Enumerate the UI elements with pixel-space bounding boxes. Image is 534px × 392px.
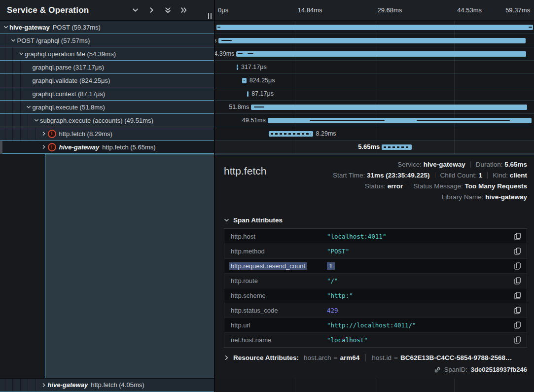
indent-guide xyxy=(5,47,5,60)
span-duration-bar[interactable] xyxy=(236,51,526,57)
span-row-POST-graphql[interactable]: POST /graphql (57.57ms) xyxy=(0,34,214,47)
attribute-key[interactable]: http.route xyxy=(229,277,259,285)
span-row-graphql.validate[interactable]: graphql.validate (824.25μs) xyxy=(0,74,214,87)
bar-duration-label: 51.8ms xyxy=(229,101,249,113)
attribute-key[interactable]: http.url xyxy=(229,321,252,329)
self-time-dash xyxy=(244,80,245,81)
row-toggle[interactable] xyxy=(40,130,48,137)
span-duration-bar[interactable] xyxy=(218,38,526,43)
copy-attribute-button[interactable] xyxy=(508,292,527,299)
span-tree-panel: Service & Operation hive-gatewayPOST (59… xyxy=(0,0,214,392)
row-toggle[interactable] xyxy=(40,143,48,150)
timeline-row: 317.17μs xyxy=(215,61,534,74)
expand-all-icon[interactable] xyxy=(180,7,187,14)
span-row-http.fetch[interactable]: !http.fetch (8.29ms) xyxy=(0,127,214,141)
span-operation-label: POST (59.37ms) xyxy=(53,24,101,31)
copy-attribute-button[interactable] xyxy=(508,233,527,240)
attribute-value[interactable]: "/" xyxy=(327,277,338,285)
attribute-key[interactable]: http.request.resend_count xyxy=(229,262,307,270)
attribute-key[interactable]: http.method xyxy=(229,248,266,255)
timeline-panel: 0μs 14.84ms 29.68ms 44.53ms 59.37ms 59.3… xyxy=(214,0,534,392)
span-row-graphql.operation-Me[interactable]: graphql.operation Me (54.39ms) xyxy=(0,47,214,61)
resource-attr-value: BC62E13B-C4CC-5854-9788-2568… xyxy=(400,354,512,361)
span-duration-bar[interactable] xyxy=(216,25,533,30)
attribute-row-http.host: http.host"localhost:4011" xyxy=(224,229,527,244)
span-tree-bottom-row: hive-gatewayhttp.fetch (4.05ms) xyxy=(0,378,214,392)
span-operation-label: graphql.operation Me (54.39ms) xyxy=(25,50,116,58)
attribute-value[interactable]: 429 xyxy=(327,307,338,314)
row-toggle[interactable] xyxy=(10,37,17,44)
panel-resize-handle[interactable] xyxy=(208,13,212,19)
attribute-value[interactable]: 1 xyxy=(327,262,335,270)
span-operation-label: graphql.execute (51.8ms) xyxy=(33,104,105,111)
attribute-value[interactable]: "http://localhost:4011/" xyxy=(327,321,416,329)
span-service-name: hive-gateway xyxy=(48,381,88,389)
detail-meta-line2: Start Time: 31ms (23:35:49.225)Child Cou… xyxy=(333,170,527,181)
timeline-row: 8.29ms xyxy=(215,127,534,141)
attribute-key[interactable]: http.scheme xyxy=(229,292,267,299)
attribute-value[interactable]: "localhost:4011" xyxy=(327,233,386,240)
timeline-row: 54.39ms xyxy=(215,47,534,61)
row-toggle[interactable] xyxy=(25,104,33,110)
attribute-key[interactable]: http.host xyxy=(229,233,257,240)
span-row-subgraph.execute-accounts-[interactable]: subgraph.execute (accounts) (49.51ms) xyxy=(0,114,214,127)
chevron-down-icon xyxy=(11,38,16,43)
span-duration-bar[interactable] xyxy=(251,105,527,110)
self-time-dash xyxy=(254,107,265,107)
copy-attribute-button[interactable] xyxy=(508,277,527,285)
span-row-POST[interactable]: hive-gatewayPOST (59.37ms) xyxy=(0,21,214,34)
attribute-value[interactable]: "POST" xyxy=(327,248,349,255)
timeline-row: 87.17μs xyxy=(215,87,534,101)
attribute-value[interactable]: "http:" xyxy=(327,292,353,299)
span-row-graphql.parse[interactable]: graphql.parse (317.17μs) xyxy=(0,61,214,74)
collapse-all-icon[interactable] xyxy=(164,7,171,14)
timeline-row: 824.25μs xyxy=(215,74,534,87)
copy-attribute-button[interactable] xyxy=(508,262,527,270)
collapse-one-icon[interactable] xyxy=(132,7,139,14)
timeline-tick: 59.37ms xyxy=(505,6,530,14)
self-time-dash xyxy=(238,53,243,54)
span-row-graphql.context[interactable]: graphql.context (87.17μs) xyxy=(0,87,214,101)
row-toggle[interactable] xyxy=(17,50,25,57)
span-duration-bar[interactable] xyxy=(247,91,249,97)
indent-guide xyxy=(20,379,21,391)
resource-attr-key: host.arch xyxy=(304,354,331,361)
indent-guide xyxy=(12,87,13,100)
bar-duration-label: 54.39ms xyxy=(215,47,234,60)
bar-duration-label: 317.17μs xyxy=(241,61,267,73)
indent-guide xyxy=(20,101,21,113)
timeline-header: 0μs 14.84ms 29.68ms 44.53ms 59.37ms xyxy=(215,0,534,21)
copy-attribute-button[interactable] xyxy=(508,336,527,344)
copy-attribute-button[interactable] xyxy=(508,248,527,255)
indent-guide xyxy=(5,74,5,87)
indent-guide xyxy=(20,74,21,87)
row-toggle[interactable] xyxy=(40,382,48,389)
span-operation-label: graphql.context (87.17μs) xyxy=(33,90,106,98)
indent-guide xyxy=(12,141,13,153)
attribute-key[interactable]: net.host.name xyxy=(229,336,273,344)
span-row-http.fetch[interactable]: hive-gatewayhttp.fetch (4.05ms) xyxy=(0,378,214,392)
resource-attributes-row[interactable]: Resource Attributes: host.arch = arm64 h… xyxy=(224,354,527,361)
attribute-key[interactable]: http.status_code xyxy=(229,307,279,314)
span-tree-rows: hive-gatewayPOST (59.37ms)POST /graphql … xyxy=(0,21,214,154)
copy-attribute-button[interactable] xyxy=(508,307,527,314)
attribute-value[interactable]: "localhost" xyxy=(327,336,368,344)
copy-attribute-button[interactable] xyxy=(508,321,527,329)
timeline-row: 5.65ms xyxy=(215,141,534,154)
detail-status-message-value: Too Many Requests xyxy=(464,182,527,190)
indent-guide xyxy=(28,114,28,127)
tree-scrollbar-thumb[interactable] xyxy=(0,141,2,154)
row-toggle[interactable] xyxy=(2,24,9,31)
span-id-label: SpanID: xyxy=(444,366,467,373)
copy-icon xyxy=(514,307,521,314)
span-attributes-toggle[interactable]: Span Attributes xyxy=(224,216,527,224)
chevron-right-icon xyxy=(41,383,46,388)
expand-one-icon[interactable] xyxy=(148,7,155,14)
activity-dashes xyxy=(384,146,410,148)
copy-icon xyxy=(514,336,521,344)
row-toggle[interactable] xyxy=(33,117,40,124)
span-row-http.fetch[interactable]: !hive-gatewayhttp.fetch (5.65ms) xyxy=(0,141,214,154)
indent-guide xyxy=(5,114,5,127)
indent-guide xyxy=(5,61,5,73)
span-row-graphql.execute[interactable]: graphql.execute (51.8ms) xyxy=(0,101,214,114)
